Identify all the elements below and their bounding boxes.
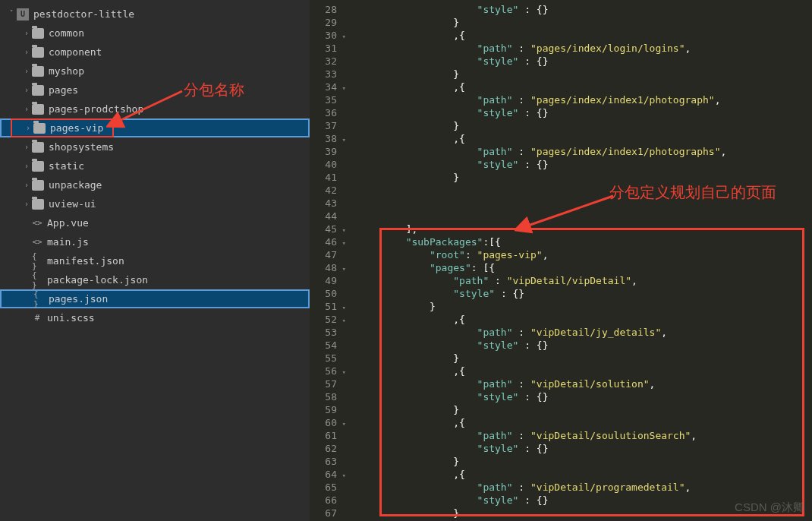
code-line[interactable]: ,{ [358, 81, 726, 93]
fold-icon[interactable]: ▾ [342, 314, 346, 327]
line-number: 65 [310, 481, 337, 494]
code-line[interactable]: "style" : {} [358, 339, 726, 352]
file-label: package-lock.json [47, 274, 148, 286]
code-editor[interactable]: 282930▾31323334▾35363738▾39404142434445▾… [310, 0, 812, 521]
file-icon: # [32, 312, 42, 324]
code-line[interactable]: } [358, 68, 726, 81]
code-line[interactable] [358, 184, 726, 197]
fold-icon[interactable]: ▾ [342, 82, 346, 95]
code-line[interactable]: ,{ [358, 313, 726, 326]
code-line[interactable]: "style" : {} [358, 390, 726, 403]
code-line[interactable]: "root": "pages-vip", [358, 248, 726, 261]
code-line[interactable]: ], [358, 223, 726, 235]
code-line[interactable]: "path" : "pages/index/index1/photographs… [358, 145, 726, 158]
chevron-right-icon: › [21, 200, 32, 208]
code-line[interactable]: "style" : {} [358, 287, 726, 300]
code-line[interactable] [358, 210, 726, 223]
code-line[interactable]: "path" : "vipDetail/programedetail", [358, 481, 726, 494]
watermark: CSDN @沐卿 [735, 500, 804, 515]
fold-icon[interactable]: ▾ [342, 237, 346, 250]
code-line[interactable]: ,{ [358, 468, 726, 481]
code-line[interactable]: "path" : "vipDetail/jy_details", [358, 326, 726, 339]
line-number: 54 [310, 339, 337, 352]
folder-label: common [49, 27, 84, 39]
fold-icon[interactable]: ▾ [342, 30, 346, 43]
code-line[interactable]: "pages": [{ [358, 261, 726, 274]
folder-label: myshop [49, 65, 84, 77]
code-line[interactable]: "path" : "pages/index/index1/photograph"… [358, 93, 726, 106]
folder-item-shopsystems[interactable]: ›shopsystems [0, 137, 310, 156]
code-line[interactable]: ,{ [358, 132, 726, 145]
code-line[interactable] [358, 197, 726, 210]
code-line[interactable]: } [358, 403, 726, 416]
code-line[interactable]: "path" : "vipDetail/solution", [358, 377, 726, 390]
code-line[interactable]: } [358, 455, 726, 468]
chevron-right-icon: › [21, 67, 32, 75]
code-line[interactable]: "style" : {} [358, 442, 726, 455]
code-line[interactable]: "style" : {} [358, 158, 726, 171]
fold-icon[interactable]: ▾ [342, 469, 346, 482]
file-item-package-lock-json[interactable]: { }package-lock.json [0, 270, 310, 289]
line-number: 51▾ [310, 300, 337, 313]
chevron-right-icon: › [23, 124, 33, 132]
code-line[interactable]: ,{ [358, 365, 726, 377]
code-line[interactable]: ,{ [358, 29, 726, 42]
line-number: 52▾ [310, 313, 337, 326]
folder-label: component [49, 46, 102, 58]
file-item-uni-scss[interactable]: #uni.scss [0, 308, 310, 327]
code-line[interactable]: "path" : "vipDetail/vipDetail", [358, 274, 726, 287]
folder-item-unpackage[interactable]: ›unpackage [0, 175, 310, 194]
line-number: 47 [310, 248, 337, 261]
code-line[interactable]: "style" : {} [358, 494, 726, 507]
chevron-right-icon: › [21, 29, 32, 37]
line-number: 36 [310, 106, 337, 119]
folder-label: uview-ui [49, 198, 96, 210]
file-item-manifest-json[interactable]: { }manifest.json [0, 251, 310, 270]
fold-icon[interactable]: ▾ [342, 366, 346, 379]
project-root[interactable]: ˇ U pestdoctor-little [0, 5, 310, 24]
line-number: 62 [310, 442, 337, 455]
code-line[interactable]: } [358, 352, 726, 365]
code-line[interactable]: } [358, 300, 726, 313]
folder-item-pages[interactable]: ›pages [0, 81, 310, 99]
code-line[interactable]: } [358, 16, 726, 29]
line-number: 29 [310, 16, 337, 29]
folder-item-myshop[interactable]: ›myshop [0, 62, 310, 81]
line-number: 60▾ [310, 416, 337, 429]
fold-icon[interactable]: ▾ [342, 263, 346, 276]
line-number: 66 [310, 494, 337, 507]
project-icon: U [17, 8, 29, 21]
code-line[interactable]: "style" : {} [358, 55, 726, 68]
folder-icon [32, 85, 44, 96]
code-line[interactable]: } [358, 119, 726, 132]
line-number: 48▾ [310, 261, 337, 274]
folder-item-uview-ui[interactable]: ›uview-ui [0, 194, 310, 213]
folder-item-pages-vip[interactable]: ›pages-vip [0, 118, 310, 137]
file-item-pages-json[interactable]: { }pages.json [0, 289, 310, 308]
code-line[interactable]: "subPackages":[{ [358, 235, 726, 248]
code-line[interactable]: } [358, 507, 726, 519]
code-line[interactable]: "style" : {} [358, 3, 726, 16]
folder-item-component[interactable]: ›component [0, 43, 310, 62]
chevron-down-icon: ˇ [6, 10, 17, 18]
folder-icon [32, 161, 44, 172]
folder-item-common[interactable]: ›common [0, 24, 310, 43]
code-content[interactable]: "style" : {} } ,{ "path" : "pages/index/… [343, 0, 726, 521]
fold-icon[interactable]: ▾ [342, 302, 346, 314]
code-line[interactable]: } [358, 171, 726, 184]
folder-item-static[interactable]: ›static [0, 156, 310, 175]
code-line[interactable]: "path" : "vipDetail/soulutionSearch", [358, 429, 726, 442]
line-number: 35 [310, 93, 337, 106]
chevron-right-icon: › [21, 105, 32, 113]
folder-item-pages-prodctshop[interactable]: ›pages-prodctshop [0, 99, 310, 118]
file-item-main-js[interactable]: <>main.js [0, 232, 310, 251]
code-line[interactable]: ,{ [358, 416, 726, 429]
file-icon: <> [32, 236, 42, 248]
code-line[interactable]: "path" : "pages/index/login/logins", [358, 42, 726, 55]
line-number-gutter: 282930▾31323334▾35363738▾39404142434445▾… [310, 0, 343, 521]
fold-icon[interactable]: ▾ [342, 418, 346, 431]
fold-icon[interactable]: ▾ [342, 224, 346, 237]
code-line[interactable]: "style" : {} [358, 106, 726, 119]
fold-icon[interactable]: ▾ [342, 134, 346, 147]
file-item-App-vue[interactable]: <>App.vue [0, 213, 310, 232]
